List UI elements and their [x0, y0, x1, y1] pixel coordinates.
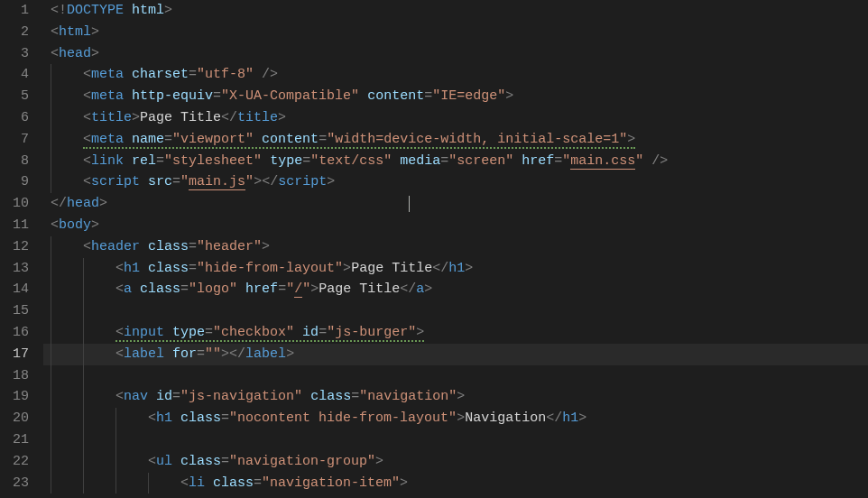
code-line[interactable]: <nav id="js-navigation" class="navigatio… [43, 386, 868, 408]
code-token: < [51, 217, 59, 233]
code-token: "logo" [189, 281, 237, 297]
code-token: class [310, 389, 351, 404]
code-token: "hide-from-layout" [197, 261, 343, 276]
code-token: " [635, 153, 643, 169]
code-token: /> [643, 153, 668, 169]
code-token: = [319, 325, 327, 340]
code-token [262, 153, 270, 169]
code-line-content: <input type="checkbox" id="js-burger"> [43, 325, 424, 340]
code-line[interactable]: <script src="main.js"></script> [43, 171, 868, 193]
line-number[interactable]: 1 [0, 0, 29, 22]
code-line[interactable] [43, 429, 868, 451]
code-line[interactable]: <!DOCTYPE html> [43, 0, 868, 22]
code-token: meta [91, 67, 124, 82]
code-line-content: <ul class="navigation-group"> [43, 454, 383, 469]
indent-guide [115, 473, 116, 494]
code-line[interactable]: <header class="header"> [43, 236, 868, 258]
code-line-content: <meta charset="utf-8" /> [43, 67, 278, 82]
code-line[interactable]: <head> [43, 43, 868, 65]
line-number[interactable]: 10 [0, 193, 29, 215]
line-number[interactable]: 8 [0, 151, 29, 172]
indent-guide [51, 107, 51, 129]
code-token: "navigation" [359, 389, 457, 404]
code-token: = [197, 346, 205, 362]
code-token: li [189, 475, 205, 491]
line-number[interactable]: 19 [0, 386, 29, 408]
indent-guide [51, 129, 51, 151]
code-token [148, 389, 156, 404]
line-number[interactable]: 20 [0, 408, 29, 429]
code-line-content: <!DOCTYPE html> [43, 3, 172, 18]
line-number[interactable]: 12 [0, 236, 29, 258]
code-token [164, 325, 172, 340]
code-token: > [465, 261, 473, 276]
code-token [140, 261, 148, 276]
line-number[interactable]: 5 [0, 86, 29, 107]
code-token: ul [156, 454, 172, 469]
code-token: = [424, 88, 432, 104]
code-line[interactable]: </head> [43, 193, 868, 215]
code-line-content [43, 432, 148, 447]
code-token: charset [132, 67, 189, 82]
code-line[interactable]: <meta name="viewport" content="width=dev… [43, 129, 868, 151]
code-editor-area[interactable]: <!DOCTYPE html><html><head><meta charset… [43, 0, 868, 498]
line-number[interactable]: 23 [0, 473, 29, 494]
code-line[interactable] [43, 365, 868, 387]
code-line[interactable]: <title>Page Title</title> [43, 107, 868, 129]
code-token: > [416, 325, 424, 340]
line-number[interactable]: 3 [0, 43, 29, 65]
code-token [172, 454, 180, 469]
line-number-gutter[interactable]: 1234567891011121314151617181920212223 [0, 0, 43, 498]
code-line-content: <html> [43, 24, 99, 40]
line-number[interactable]: 21 [0, 429, 29, 451]
line-number[interactable]: 18 [0, 365, 29, 387]
code-line[interactable]: <body> [43, 215, 868, 236]
line-number[interactable]: 22 [0, 451, 29, 473]
indent-guide [148, 473, 149, 494]
code-token: html [59, 24, 91, 40]
code-line[interactable]: <html> [43, 22, 868, 43]
code-token: h1 [156, 410, 172, 426]
line-number[interactable]: 6 [0, 107, 29, 129]
code-token [124, 88, 132, 104]
code-line-content: <h1 class="nocontent hide-from-layout">N… [43, 410, 586, 426]
code-token: < [83, 88, 91, 104]
line-number[interactable]: 16 [0, 322, 29, 344]
code-token: > [505, 88, 513, 104]
line-number[interactable]: 11 [0, 215, 29, 236]
code-line[interactable] [43, 300, 868, 322]
indent-guide [115, 408, 116, 429]
line-number[interactable]: 13 [0, 258, 29, 280]
code-token: Page Title [351, 261, 432, 276]
code-token: media [400, 153, 440, 169]
code-line[interactable]: <label for=""></label> [43, 344, 868, 365]
code-line[interactable]: <h1 class="hide-from-layout">Page Title<… [43, 258, 868, 280]
code-token: < [148, 454, 156, 469]
line-number[interactable]: 15 [0, 300, 29, 322]
code-line[interactable]: <ul class="navigation-group"> [43, 451, 868, 473]
code-line-content: <title>Page Title</title> [43, 110, 286, 125]
line-number[interactable]: 9 [0, 171, 29, 193]
code-line-content [43, 368, 115, 383]
code-token: > [375, 454, 383, 469]
code-line[interactable]: <meta charset="utf-8" /> [43, 64, 868, 86]
indent-guide [83, 386, 84, 408]
line-number[interactable]: 7 [0, 129, 29, 151]
code-line[interactable]: <meta http-equiv="X-UA-Compatible" conte… [43, 86, 868, 107]
code-line[interactable]: <h1 class="nocontent hide-from-layout">N… [43, 408, 868, 429]
line-number[interactable]: 14 [0, 279, 29, 300]
code-token [294, 325, 302, 340]
code-line[interactable]: <li class="navigation-item"> [43, 473, 868, 494]
line-number[interactable]: 17 [0, 344, 29, 365]
code-line[interactable]: <input type="checkbox" id="js-burger"> [43, 322, 868, 344]
line-number[interactable]: 4 [0, 64, 29, 86]
code-token: > [91, 24, 99, 40]
code-token: > [578, 410, 586, 426]
indent-guide [83, 473, 84, 494]
code-token: class [148, 261, 189, 276]
code-token: </ [432, 261, 448, 276]
code-token: = [554, 153, 562, 169]
code-line[interactable]: <link rel="stylesheet" type="text/css" m… [43, 151, 868, 172]
line-number[interactable]: 2 [0, 22, 29, 43]
code-line[interactable]: <a class="logo" href="/">Page Title</a> [43, 279, 868, 300]
